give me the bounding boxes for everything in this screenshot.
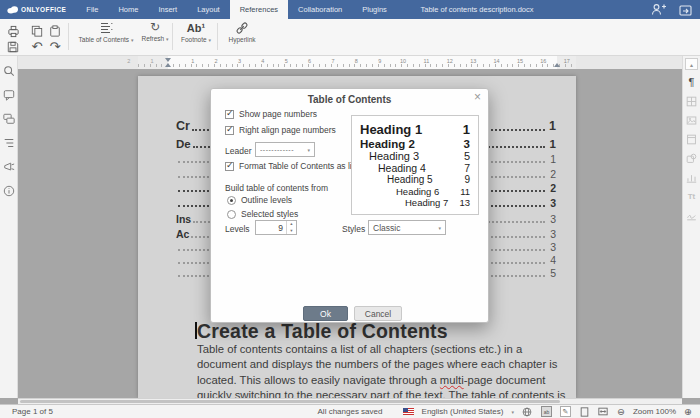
preview-row: Heading 1 1: [360, 122, 470, 137]
image-settings-icon[interactable]: [685, 114, 698, 127]
toc-page-number: 3: [547, 228, 556, 240]
refresh-button-label: Refresh: [141, 35, 164, 42]
right-indent-marker[interactable]: [554, 63, 560, 67]
horizontal-ruler[interactable]: 21 1234567891011121314151617: [18, 56, 682, 69]
toolbar-separator: [217, 23, 218, 50]
ruler-number: 16: [532, 58, 555, 64]
refresh-button[interactable]: ↻ Refresh ▾: [139, 21, 171, 42]
toc-page-number: 2: [547, 168, 556, 180]
logo-text: ONLYOFFICE: [21, 6, 66, 13]
feedback-icon[interactable]: [2, 160, 15, 173]
signature-settings-icon[interactable]: [685, 209, 698, 222]
leader-value: ------------: [260, 146, 294, 153]
page-indicator[interactable]: Page 1 of 5: [12, 407, 53, 416]
preview-heading: Heading 4: [378, 162, 426, 174]
document-heading[interactable]: Create a Table of Contents: [197, 320, 448, 343]
comments-icon[interactable]: [2, 88, 15, 101]
references-toolbar: ↶ ↷ Table of Contents ▾ ↻ Refresh ▾ Ab¹ …: [0, 19, 700, 56]
selected-styles-radio[interactable]: Selected styles: [227, 209, 298, 219]
toc-page-number: 1: [547, 119, 556, 133]
menu-tab[interactable]: File: [76, 0, 108, 19]
footnote-button[interactable]: Ab¹ Footnote ▾: [176, 21, 216, 43]
paragraph-settings-icon[interactable]: ¶: [685, 76, 698, 89]
toc-entry-text: Cr: [176, 119, 190, 133]
set-document-language-icon[interactable]: [522, 406, 533, 417]
preview-row: Heading 7 13: [360, 197, 470, 208]
preview-page-number: 11: [460, 186, 470, 197]
preview-page-number: 1: [463, 122, 470, 137]
first-line-indent-marker[interactable]: [165, 58, 171, 62]
close-icon[interactable]: ×: [474, 91, 481, 103]
language-selector[interactable]: English (United States): [422, 407, 504, 416]
show-page-numbers-checkbox[interactable]: ✓ Show page numbers: [225, 109, 317, 119]
ruler-number: 15: [508, 58, 531, 64]
navigation-headings-icon[interactable]: [2, 136, 15, 149]
open-file-location-icon[interactable]: [679, 4, 692, 16]
chart-settings-icon[interactable]: [685, 171, 698, 184]
zoom-out-button[interactable]: ⊖: [617, 407, 625, 417]
menu-tab[interactable]: Plugins: [352, 0, 397, 19]
hyperlink-button[interactable]: Hyperlink: [221, 21, 263, 43]
radio-selected-icon: [227, 196, 236, 205]
leader-label: Leader: [225, 146, 251, 156]
print-button[interactable]: [5, 23, 21, 39]
right-align-page-numbers-checkbox[interactable]: ✓ Right align page numbers: [225, 125, 336, 135]
search-icon[interactable]: [2, 64, 15, 77]
preview-page-number: 3: [464, 138, 470, 150]
document-paragraph[interactable]: Table of contents contains a list of all…: [197, 342, 569, 398]
shape-settings-icon[interactable]: [685, 152, 698, 165]
preview-row: Heading 6 11: [360, 185, 470, 196]
menu-tab[interactable]: References: [230, 0, 288, 19]
chat-icon[interactable]: [2, 112, 15, 125]
ruler-number: 14: [485, 58, 508, 64]
format-as-links-checkbox[interactable]: ✓ Format Table of Contents as links: [225, 161, 365, 171]
toolbar-separator: [172, 23, 173, 50]
toc-entry-text: Ins: [176, 213, 191, 225]
horizontal-scroll-thumb[interactable]: [20, 400, 560, 403]
styles-dropdown[interactable]: Classic ▾: [368, 220, 446, 235]
header-footer-settings-icon[interactable]: [685, 133, 698, 146]
preview-heading: Heading 2: [360, 138, 415, 150]
menu-tabs: FileHomeInsertLayoutReferencesCollaborat…: [76, 0, 397, 19]
outline-levels-radio[interactable]: Outline levels: [227, 195, 292, 205]
levels-stepper[interactable]: 9 ▴ ▾: [255, 220, 297, 235]
chevron-down-icon: ▾: [166, 36, 169, 42]
save-button[interactable]: [5, 39, 21, 55]
redo-button[interactable]: ↷: [47, 38, 63, 54]
scroll-up-arrow[interactable]: ▴: [685, 58, 698, 70]
menu-tab[interactable]: Collaboration: [288, 0, 352, 19]
textart-settings-icon[interactable]: Tt: [685, 190, 698, 203]
left-indent-marker[interactable]: [165, 63, 171, 67]
undo-button[interactable]: ↶: [29, 38, 45, 54]
track-changes-icon[interactable]: ✎: [560, 406, 571, 417]
preview-row: Heading 4 7: [360, 162, 470, 174]
manage-access-icon[interactable]: [651, 3, 666, 16]
fit-width-icon[interactable]: [598, 406, 609, 417]
copy-button[interactable]: [29, 23, 45, 39]
toc-page-number: 3: [547, 197, 556, 209]
ruler-number: 8: [345, 58, 368, 64]
menu-tab[interactable]: Insert: [148, 0, 187, 19]
radio-label: Selected styles: [241, 209, 298, 219]
zoom-in-button[interactable]: ⊕: [684, 407, 692, 417]
toc-page-number: 4: [547, 254, 556, 266]
ok-button[interactable]: Ok: [303, 306, 348, 321]
toc-page-number: 1: [547, 138, 556, 150]
cancel-button[interactable]: Cancel: [354, 306, 402, 321]
ruler-number: 12: [438, 58, 461, 64]
fit-page-icon[interactable]: [579, 406, 590, 417]
paste-button[interactable]: [47, 23, 63, 39]
table-of-contents-button[interactable]: Table of Contents ▾: [74, 21, 138, 43]
menu-tab[interactable]: Layout: [187, 0, 230, 19]
ruler-number: 4: [251, 58, 274, 64]
spinner-down-icon[interactable]: ▾: [287, 228, 296, 235]
spell-checking-icon[interactable]: ab: [541, 406, 552, 417]
leader-dropdown[interactable]: ------------ ▾: [255, 142, 315, 157]
styles-value: Classic: [373, 223, 400, 233]
about-icon[interactable]: [2, 184, 15, 197]
menu-tab[interactable]: Home: [108, 0, 148, 19]
radio-label: Outline levels: [241, 195, 292, 205]
table-settings-icon[interactable]: [685, 95, 698, 108]
preview-heading: Heading 7: [405, 197, 448, 208]
checkbox-label: Format Table of Contents as links: [239, 161, 365, 171]
